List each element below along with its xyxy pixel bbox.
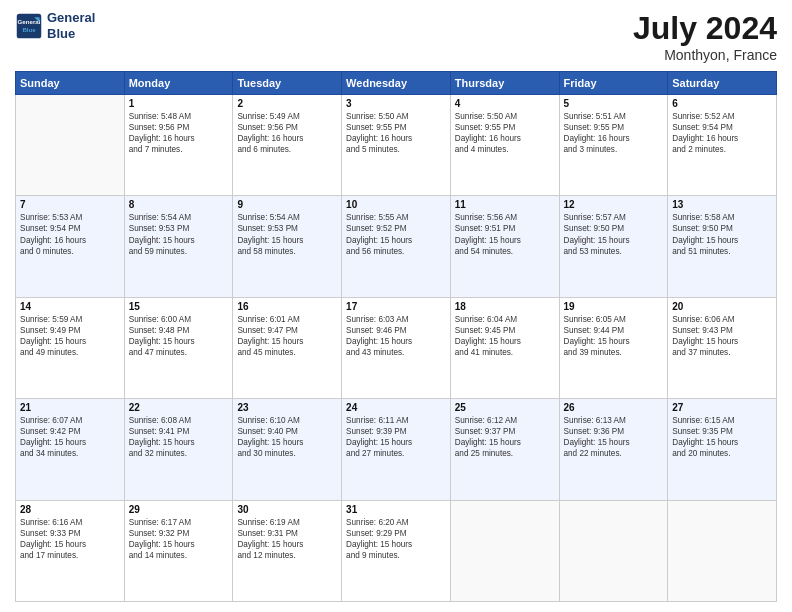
day-number: 28 (20, 504, 120, 515)
calendar-cell: 20Sunrise: 6:06 AM Sunset: 9:43 PM Dayli… (668, 297, 777, 398)
calendar-cell: 21Sunrise: 6:07 AM Sunset: 9:42 PM Dayli… (16, 399, 125, 500)
calendar-cell: 4Sunrise: 5:50 AM Sunset: 9:55 PM Daylig… (450, 95, 559, 196)
day-number: 24 (346, 402, 446, 413)
cell-info: Sunrise: 5:50 AM Sunset: 9:55 PM Dayligh… (455, 111, 555, 155)
cell-info: Sunrise: 5:52 AM Sunset: 9:54 PM Dayligh… (672, 111, 772, 155)
day-number: 11 (455, 199, 555, 210)
col-tuesday: Tuesday (233, 72, 342, 95)
day-number: 16 (237, 301, 337, 312)
calendar-cell: 5Sunrise: 5:51 AM Sunset: 9:55 PM Daylig… (559, 95, 668, 196)
col-wednesday: Wednesday (342, 72, 451, 95)
cell-info: Sunrise: 6:13 AM Sunset: 9:36 PM Dayligh… (564, 415, 664, 459)
cell-info: Sunrise: 6:01 AM Sunset: 9:47 PM Dayligh… (237, 314, 337, 358)
cell-info: Sunrise: 5:59 AM Sunset: 9:49 PM Dayligh… (20, 314, 120, 358)
cell-info: Sunrise: 6:07 AM Sunset: 9:42 PM Dayligh… (20, 415, 120, 459)
cell-info: Sunrise: 6:04 AM Sunset: 9:45 PM Dayligh… (455, 314, 555, 358)
cell-info: Sunrise: 6:05 AM Sunset: 9:44 PM Dayligh… (564, 314, 664, 358)
calendar-cell (16, 95, 125, 196)
cell-info: Sunrise: 6:08 AM Sunset: 9:41 PM Dayligh… (129, 415, 229, 459)
day-number: 18 (455, 301, 555, 312)
cell-info: Sunrise: 6:03 AM Sunset: 9:46 PM Dayligh… (346, 314, 446, 358)
day-number: 2 (237, 98, 337, 109)
svg-text:Blue: Blue (22, 26, 36, 33)
month-year: July 2024 (633, 10, 777, 47)
day-number: 4 (455, 98, 555, 109)
calendar-cell: 15Sunrise: 6:00 AM Sunset: 9:48 PM Dayli… (124, 297, 233, 398)
calendar-cell: 7Sunrise: 5:53 AM Sunset: 9:54 PM Daylig… (16, 196, 125, 297)
day-number: 5 (564, 98, 664, 109)
header-row: Sunday Monday Tuesday Wednesday Thursday… (16, 72, 777, 95)
day-number: 19 (564, 301, 664, 312)
calendar-cell: 12Sunrise: 5:57 AM Sunset: 9:50 PM Dayli… (559, 196, 668, 297)
day-number: 25 (455, 402, 555, 413)
cell-info: Sunrise: 6:17 AM Sunset: 9:32 PM Dayligh… (129, 517, 229, 561)
calendar-cell: 30Sunrise: 6:19 AM Sunset: 9:31 PM Dayli… (233, 500, 342, 601)
calendar-cell: 28Sunrise: 6:16 AM Sunset: 9:33 PM Dayli… (16, 500, 125, 601)
calendar-cell (559, 500, 668, 601)
logo-line2: Blue (47, 26, 95, 42)
calendar-cell (668, 500, 777, 601)
day-number: 15 (129, 301, 229, 312)
day-number: 12 (564, 199, 664, 210)
calendar-cell: 3Sunrise: 5:50 AM Sunset: 9:55 PM Daylig… (342, 95, 451, 196)
cell-info: Sunrise: 6:19 AM Sunset: 9:31 PM Dayligh… (237, 517, 337, 561)
calendar-cell: 31Sunrise: 6:20 AM Sunset: 9:29 PM Dayli… (342, 500, 451, 601)
calendar-cell: 19Sunrise: 6:05 AM Sunset: 9:44 PM Dayli… (559, 297, 668, 398)
day-number: 17 (346, 301, 446, 312)
calendar-cell: 2Sunrise: 5:49 AM Sunset: 9:56 PM Daylig… (233, 95, 342, 196)
col-saturday: Saturday (668, 72, 777, 95)
day-number: 6 (672, 98, 772, 109)
cell-info: Sunrise: 5:50 AM Sunset: 9:55 PM Dayligh… (346, 111, 446, 155)
calendar-week-5: 28Sunrise: 6:16 AM Sunset: 9:33 PM Dayli… (16, 500, 777, 601)
day-number: 8 (129, 199, 229, 210)
col-monday: Monday (124, 72, 233, 95)
cell-info: Sunrise: 5:49 AM Sunset: 9:56 PM Dayligh… (237, 111, 337, 155)
calendar-cell (450, 500, 559, 601)
cell-info: Sunrise: 6:06 AM Sunset: 9:43 PM Dayligh… (672, 314, 772, 358)
calendar-cell: 18Sunrise: 6:04 AM Sunset: 9:45 PM Dayli… (450, 297, 559, 398)
cell-info: Sunrise: 5:56 AM Sunset: 9:51 PM Dayligh… (455, 212, 555, 256)
cell-info: Sunrise: 6:12 AM Sunset: 9:37 PM Dayligh… (455, 415, 555, 459)
logo-line1: General (47, 10, 95, 26)
day-number: 13 (672, 199, 772, 210)
day-number: 1 (129, 98, 229, 109)
calendar-cell: 10Sunrise: 5:55 AM Sunset: 9:52 PM Dayli… (342, 196, 451, 297)
cell-info: Sunrise: 5:53 AM Sunset: 9:54 PM Dayligh… (20, 212, 120, 256)
day-number: 31 (346, 504, 446, 515)
day-number: 10 (346, 199, 446, 210)
cell-info: Sunrise: 5:55 AM Sunset: 9:52 PM Dayligh… (346, 212, 446, 256)
page: General Blue General Blue July 2024 Mont… (0, 0, 792, 612)
day-number: 29 (129, 504, 229, 515)
day-number: 9 (237, 199, 337, 210)
cell-info: Sunrise: 5:57 AM Sunset: 9:50 PM Dayligh… (564, 212, 664, 256)
calendar-cell: 11Sunrise: 5:56 AM Sunset: 9:51 PM Dayli… (450, 196, 559, 297)
day-number: 21 (20, 402, 120, 413)
day-number: 22 (129, 402, 229, 413)
day-number: 30 (237, 504, 337, 515)
cell-info: Sunrise: 6:10 AM Sunset: 9:40 PM Dayligh… (237, 415, 337, 459)
cell-info: Sunrise: 5:54 AM Sunset: 9:53 PM Dayligh… (237, 212, 337, 256)
location: Monthyon, France (633, 47, 777, 63)
header: General Blue General Blue July 2024 Mont… (15, 10, 777, 63)
calendar-cell: 26Sunrise: 6:13 AM Sunset: 9:36 PM Dayli… (559, 399, 668, 500)
day-number: 23 (237, 402, 337, 413)
calendar-cell: 9Sunrise: 5:54 AM Sunset: 9:53 PM Daylig… (233, 196, 342, 297)
cell-info: Sunrise: 5:54 AM Sunset: 9:53 PM Dayligh… (129, 212, 229, 256)
calendar-cell: 17Sunrise: 6:03 AM Sunset: 9:46 PM Dayli… (342, 297, 451, 398)
calendar-cell: 16Sunrise: 6:01 AM Sunset: 9:47 PM Dayli… (233, 297, 342, 398)
col-sunday: Sunday (16, 72, 125, 95)
day-number: 27 (672, 402, 772, 413)
cell-info: Sunrise: 5:51 AM Sunset: 9:55 PM Dayligh… (564, 111, 664, 155)
cell-info: Sunrise: 6:16 AM Sunset: 9:33 PM Dayligh… (20, 517, 120, 561)
calendar-cell: 23Sunrise: 6:10 AM Sunset: 9:40 PM Dayli… (233, 399, 342, 500)
calendar-cell: 29Sunrise: 6:17 AM Sunset: 9:32 PM Dayli… (124, 500, 233, 601)
calendar-cell: 8Sunrise: 5:54 AM Sunset: 9:53 PM Daylig… (124, 196, 233, 297)
calendar-cell: 1Sunrise: 5:48 AM Sunset: 9:56 PM Daylig… (124, 95, 233, 196)
calendar-table: Sunday Monday Tuesday Wednesday Thursday… (15, 71, 777, 602)
calendar-cell: 13Sunrise: 5:58 AM Sunset: 9:50 PM Dayli… (668, 196, 777, 297)
cell-info: Sunrise: 6:20 AM Sunset: 9:29 PM Dayligh… (346, 517, 446, 561)
calendar-cell: 14Sunrise: 5:59 AM Sunset: 9:49 PM Dayli… (16, 297, 125, 398)
calendar-week-1: 1Sunrise: 5:48 AM Sunset: 9:56 PM Daylig… (16, 95, 777, 196)
day-number: 7 (20, 199, 120, 210)
cell-info: Sunrise: 5:48 AM Sunset: 9:56 PM Dayligh… (129, 111, 229, 155)
